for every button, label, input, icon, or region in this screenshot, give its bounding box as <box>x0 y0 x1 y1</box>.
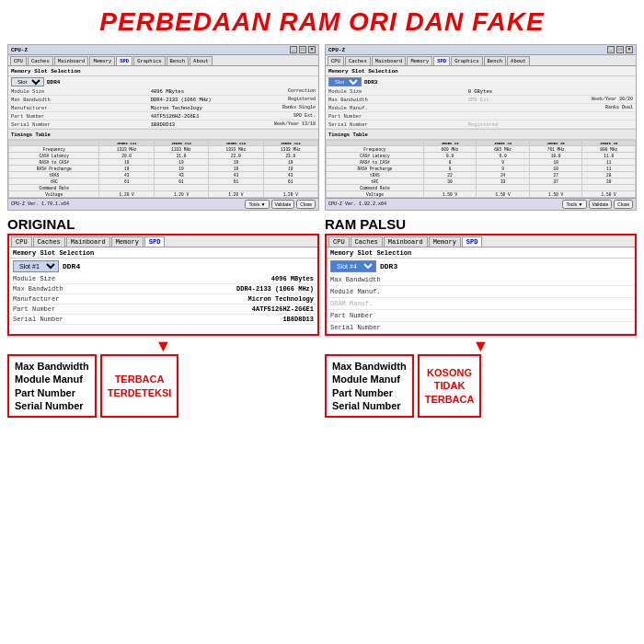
panel-tab-spd-fake[interactable]: SPD <box>462 236 483 247</box>
ss-tabs-fake: CPU Caches Mainboard Memory SPD Graphics… <box>326 55 636 66</box>
panel-tab-cpu-orig[interactable]: CPU <box>11 236 32 247</box>
ss-footer-btns-fake: Tools ▼ Validate Close <box>562 200 633 209</box>
callout-orig-items: Max Bandwidth Module Manuf Part Number S… <box>7 354 97 418</box>
win-close-fake[interactable]: × <box>626 46 633 53</box>
panel-tab-memory-orig[interactable]: Memory <box>111 236 144 247</box>
win-min-orig[interactable]: _ <box>290 46 297 53</box>
callout-fake-item2: Module Manuf <box>332 373 407 385</box>
callout-orig-inner: Max Bandwidth Module Manuf Part Number S… <box>7 354 319 418</box>
ss-tab-memory-fake[interactable]: Memory <box>407 56 432 65</box>
win-max-fake[interactable]: □ <box>616 46 624 53</box>
panel-tab-spd-orig[interactable]: SPD <box>144 236 166 247</box>
panel-section-fake: Memory Slot Selection <box>327 247 635 259</box>
ss-slot-val-fake: DDR3 <box>364 79 377 86</box>
callout-fake-label: KOSONGTIDAKTERBACA <box>418 354 482 418</box>
ss-tab-bench-fake[interactable]: Bench <box>484 56 507 65</box>
ss-tab-graphics-orig[interactable]: Graphics <box>133 56 165 65</box>
callout-fake-items: Max Bandwidth Module Manuf Part Number S… <box>325 354 414 418</box>
label-fake: RAM PALSU <box>325 216 637 232</box>
ss-slot-val-orig: DDR4 <box>47 79 60 86</box>
callout-row: ▼ Max Bandwidth Module Manuf Part Number… <box>0 339 644 421</box>
panel-tab-cpu-fake[interactable]: CPU <box>328 236 350 247</box>
callout-fake-item3: Part Number <box>332 386 407 399</box>
panel-tab-memory-fake[interactable]: Memory <box>429 236 461 247</box>
win-max-orig[interactable]: □ <box>299 46 306 53</box>
labels-row: ORIGINAL RAM PALSU <box>0 214 644 232</box>
ss-slot-select-orig[interactable]: Slot #1 <box>11 77 44 86</box>
ss-timing-table-orig: JEDEC #11JEDEC #12JEDEC #13JEDEC #14 Fre… <box>8 140 318 198</box>
ss-slot-row-fake: Slot #4 DDR3 <box>326 76 636 87</box>
panel-original: CPU Caches Mainboard Memory SPD Memory S… <box>7 234 319 336</box>
ss-titlebar-orig: CPU-Z _ □ × <box>8 45 318 55</box>
panel-slot-row-orig: Slot #1 DDR4 <box>9 259 317 274</box>
panel-fake: CPU Caches Mainboard Memory SPD Memory S… <box>325 234 637 336</box>
ss-tools-btn-fake[interactable]: Tools ▼ <box>562 200 586 209</box>
ss-tools-btn-orig[interactable]: Tools ▼ <box>245 200 269 209</box>
panel-slot-select-orig[interactable]: Slot #1 <box>13 260 59 272</box>
ss-close-btn-fake[interactable]: Close <box>614 200 633 209</box>
ss-tab-cpu-fake[interactable]: CPU <box>328 56 344 65</box>
panel-info-table-fake: Max Bandwidth Module Manuf. DRAM Manuf. … <box>327 274 635 334</box>
ss-tabs-orig: CPU Caches Mainboard Memory SPD Graphics… <box>8 55 318 66</box>
panel-tab-mainboard-orig[interactable]: Mainboard <box>66 236 110 247</box>
win-min-fake[interactable]: _ <box>607 46 615 53</box>
ss-app-fake: CPU-Z <box>328 47 345 53</box>
ss-section-orig: Memory Slot Selection <box>8 66 318 76</box>
callout-fake-item1: Max Bandwidth <box>332 360 407 373</box>
panel-slot-val-fake: DDR3 <box>380 262 397 270</box>
ss-tab-mainboard-orig[interactable]: Mainboard <box>54 56 89 65</box>
ss-footer-fake: CPU-Z Ver. 1.92.2.x64 Tools ▼ Validate C… <box>326 198 636 210</box>
ss-slot-row-orig: Slot #1 DDR4 <box>8 76 318 87</box>
ss-tab-spd-orig[interactable]: SPD <box>116 56 132 65</box>
callout-fake-inner: Max Bandwidth Module Manuf Part Number S… <box>325 354 637 418</box>
win-btns-orig: _ □ × <box>290 46 316 53</box>
screenshot-fake: CPU-Z _ □ × CPU Caches Mainboard Memory … <box>325 44 637 211</box>
panel-section-orig: Memory Slot Selection <box>9 247 317 259</box>
ss-timing-table-fake: JEDEC #3JEDEC #4JEDEC #5JEDEC #6 Frequen… <box>326 140 636 198</box>
ss-tab-bench-orig[interactable]: Bench <box>167 56 190 65</box>
panel-tab-caches-fake[interactable]: Caches <box>351 236 383 247</box>
win-btns-fake: _ □ × <box>607 46 633 53</box>
callout-orig-item1: Max Bandwidth <box>15 360 89 373</box>
ss-tab-memory-orig[interactable]: Memory <box>89 56 115 65</box>
screenshots-row: CPU-Z _ □ × CPU Caches Mainboard Memory … <box>0 40 644 214</box>
callout-orig-item3: Part Number <box>15 386 89 399</box>
label-original: ORIGINAL <box>7 216 319 232</box>
ss-tab-graphics-fake[interactable]: Graphics <box>451 56 482 65</box>
panel-tab-mainboard-fake[interactable]: Mainboard <box>384 236 428 247</box>
ss-tab-mainboard-fake[interactable]: Mainboard <box>372 56 407 65</box>
ss-validate-btn-fake[interactable]: Validate <box>589 200 613 209</box>
callout-fake-wrap: ▼ Max Bandwidth Module Manuf Part Number… <box>325 339 637 418</box>
panel-tabs-fake: CPU Caches Mainboard Memory SPD <box>327 236 635 247</box>
ss-tab-about-orig[interactable]: About <box>190 56 213 65</box>
ss-close-btn-orig[interactable]: Close <box>296 200 316 209</box>
callout-orig-item4: Serial Number <box>15 399 89 412</box>
callout-fake-item4: Serial Number <box>332 399 407 412</box>
ss-titlebar-fake: CPU-Z _ □ × <box>326 45 636 55</box>
callout-orig-label: TERBACATERDETEKSI <box>100 354 179 418</box>
screenshot-original: CPU-Z _ □ × CPU Caches Mainboard Memory … <box>7 44 319 211</box>
ss-slot-select-fake[interactable]: Slot #4 <box>328 77 362 86</box>
ss-info-table-fake: Module Size8 GBytes Max BandwidthSPD Ext… <box>326 87 636 129</box>
ss-timing-title-fake: Timings Table <box>326 129 636 140</box>
ss-tab-caches-orig[interactable]: Caches <box>28 56 53 65</box>
arrow-orig: ▼ <box>7 338 319 354</box>
panel-slot-row-fake: Slot #4 DDR3 <box>327 259 635 274</box>
ss-footer-orig: CPU-Z Ver. 1.79.1.x64 Tools ▼ Validate C… <box>8 198 318 210</box>
ss-tab-cpu-orig[interactable]: CPU <box>10 56 27 65</box>
callout-orig-item2: Module Manuf <box>15 373 89 385</box>
panel-info-table-orig: Module Size4096 MBytes Max BandwidthDDR4… <box>9 274 317 325</box>
win-close-orig[interactable]: × <box>308 46 316 53</box>
panel-tabs-orig: CPU Caches Mainboard Memory SPD <box>9 236 317 247</box>
callout-orig-wrap: ▼ Max Bandwidth Module Manuf Part Number… <box>7 339 319 418</box>
main-title: PERBEDAAN RAM ORI DAN FAKE <box>0 0 644 40</box>
ss-tab-caches-fake[interactable]: Caches <box>345 56 371 65</box>
panel-slot-select-fake[interactable]: Slot #4 <box>330 260 376 272</box>
ss-tab-spd-fake[interactable]: SPD <box>433 56 450 65</box>
ss-footer-label-orig: CPU-Z Ver. 1.79.1.x64 <box>11 201 69 207</box>
ss-validate-btn-orig[interactable]: Validate <box>271 200 295 209</box>
ss-footer-btns-orig: Tools ▼ Validate Close <box>245 200 316 209</box>
panel-tab-caches-orig[interactable]: Caches <box>33 236 65 247</box>
ss-tab-about-fake[interactable]: About <box>507 56 530 65</box>
panel-slot-val-orig: DDR4 <box>63 262 80 270</box>
